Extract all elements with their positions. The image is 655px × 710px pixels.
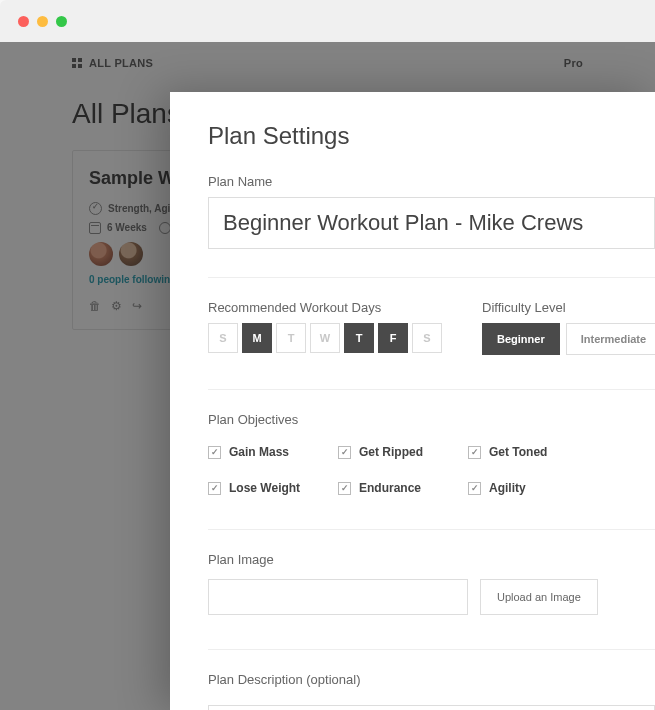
objective-label: Gain Mass bbox=[229, 445, 289, 459]
window-chrome bbox=[0, 0, 655, 42]
objective-label: Endurance bbox=[359, 481, 421, 495]
plan-image-field[interactable] bbox=[208, 579, 468, 615]
checkbox-icon bbox=[208, 482, 221, 495]
objective-gain-mass[interactable]: Gain Mass bbox=[208, 445, 338, 459]
day-toggle-5[interactable]: F bbox=[378, 323, 408, 353]
difficulty-option-beginner[interactable]: Beginner bbox=[482, 323, 560, 355]
objective-lose-weight[interactable]: Lose Weight bbox=[208, 481, 338, 495]
difficulty-option-intermediate[interactable]: Intermediate bbox=[566, 323, 655, 355]
day-picker: SMTWTFS bbox=[208, 323, 442, 353]
plan-name-label: Plan Name bbox=[208, 174, 655, 189]
objective-agility[interactable]: Agility bbox=[468, 481, 598, 495]
upload-image-button[interactable]: Upload an Image bbox=[480, 579, 598, 615]
plan-name-input[interactable] bbox=[208, 197, 655, 249]
objectives-label: Plan Objectives bbox=[208, 412, 655, 427]
plan-description-input[interactable] bbox=[208, 705, 655, 710]
days-label: Recommended Workout Days bbox=[208, 300, 442, 315]
app-body: ALL PLANS Pro All Plans Sample Workout P… bbox=[0, 42, 655, 710]
objectives-grid: Gain MassGet RippedGet TonedLose WeightE… bbox=[208, 445, 655, 495]
objective-label: Get Ripped bbox=[359, 445, 423, 459]
checkbox-icon bbox=[338, 446, 351, 459]
day-toggle-6[interactable]: S bbox=[412, 323, 442, 353]
checkbox-icon bbox=[468, 482, 481, 495]
checkbox-icon bbox=[208, 446, 221, 459]
objective-endurance[interactable]: Endurance bbox=[338, 481, 468, 495]
maximize-window-icon[interactable] bbox=[56, 16, 67, 27]
checkbox-icon bbox=[468, 446, 481, 459]
objective-get-ripped[interactable]: Get Ripped bbox=[338, 445, 468, 459]
plan-description-label: Plan Description (optional) bbox=[208, 672, 655, 687]
objective-label: Get Toned bbox=[489, 445, 547, 459]
objective-label: Agility bbox=[489, 481, 526, 495]
close-window-icon[interactable] bbox=[18, 16, 29, 27]
checkbox-icon bbox=[338, 482, 351, 495]
day-toggle-0[interactable]: S bbox=[208, 323, 238, 353]
modal-title: Plan Settings bbox=[208, 122, 655, 150]
day-toggle-2[interactable]: T bbox=[276, 323, 306, 353]
objective-label: Lose Weight bbox=[229, 481, 300, 495]
day-toggle-3[interactable]: W bbox=[310, 323, 340, 353]
minimize-window-icon[interactable] bbox=[37, 16, 48, 27]
plan-image-label: Plan Image bbox=[208, 552, 655, 567]
objective-get-toned[interactable]: Get Toned bbox=[468, 445, 598, 459]
day-toggle-4[interactable]: T bbox=[344, 323, 374, 353]
difficulty-label: Difficulty Level bbox=[482, 300, 655, 315]
difficulty-picker: BeginnerIntermediateAdvanced bbox=[482, 323, 655, 355]
day-toggle-1[interactable]: M bbox=[242, 323, 272, 353]
plan-settings-modal: Plan Settings Plan Name Recommended Work… bbox=[170, 92, 655, 710]
